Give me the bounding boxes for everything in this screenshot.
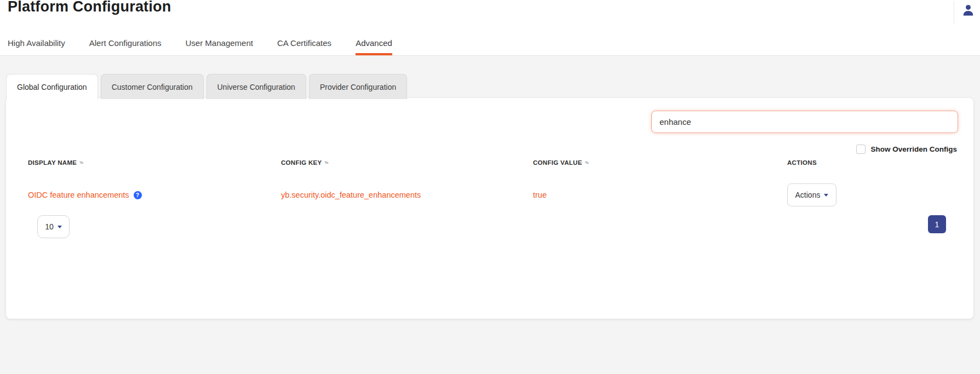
show-overriden-checkbox[interactable] [856,145,866,154]
actions-dropdown-button[interactable]: Actions [787,183,836,206]
sort-icon[interactable]: ▾▴ [79,160,83,165]
actions-button-label: Actions [795,191,821,199]
pagination-page-1-button[interactable]: 1 [928,215,946,233]
caret-down-icon [824,194,828,197]
subtab-label: Global Configuration [17,83,87,91]
sort-icon[interactable]: ▾▴ [325,160,328,165]
page-title: Platform Configuration [8,0,171,15]
column-label: CONFIG KEY [281,159,322,166]
content-area: Global Configuration Customer Configurat… [0,56,980,374]
subtab-label: Customer Configuration [112,83,193,91]
header-divider [954,1,954,24]
table-header-row: DISPLAY NAME ▾▴ CONFIG KEY ▾▴ CONFIG VAL… [6,159,973,166]
column-header-config-key[interactable]: CONFIG KEY ▾▴ [281,159,533,166]
subtab-universe-configuration[interactable]: Universe Configuration [207,74,306,99]
tab-label: CA Certificates [277,38,331,48]
main-nav-tabs: High Availability Alert Configurations U… [8,30,392,55]
cell-display-name: OIDC feature enhancements ? [28,191,281,199]
show-overriden-configs-toggle[interactable]: Show Overriden Configs [856,145,957,154]
tab-alert-configurations[interactable]: Alert Configurations [89,30,162,55]
platform-configuration-page: Platform Configuration High Availability… [0,0,980,374]
column-header-config-value[interactable]: CONFIG VALUE ▾▴ [533,159,787,166]
column-label: ACTIONS [787,159,817,166]
tab-high-availability[interactable]: High Availability [8,30,65,55]
tab-ca-certificates[interactable]: CA Certificates [277,30,331,55]
show-overriden-label: Show Overriden Configs [870,145,957,153]
tab-label: User Management [186,38,253,48]
tab-label: Advanced [356,38,392,48]
table-row: OIDC feature enhancements ? yb.security.… [6,183,973,206]
page-size-value: 10 [45,222,54,231]
caret-down-icon [58,226,62,228]
display-name-text: OIDC feature enhancements [28,191,129,199]
column-label: CONFIG VALUE [533,159,582,166]
tab-advanced[interactable]: Advanced [356,30,392,55]
sub-tabs: Global Configuration Customer Configurat… [6,74,407,99]
page-size-dropdown[interactable]: 10 [37,215,70,238]
column-header-actions: ACTIONS [787,159,958,166]
tab-label: Alert Configurations [89,38,162,48]
tab-label: High Availability [8,38,65,48]
config-search-input[interactable] [651,111,958,133]
subtab-customer-configuration[interactable]: Customer Configuration [101,74,204,99]
global-configuration-panel: Show Overriden Configs DISPLAY NAME ▾▴ C… [6,98,973,319]
cell-config-key: yb.security.oidc_feature_enhancements [281,191,533,199]
subtab-label: Universe Configuration [217,83,295,91]
user-icon[interactable] [961,3,975,17]
subtab-global-configuration[interactable]: Global Configuration [6,74,98,99]
help-icon[interactable]: ? [134,191,142,199]
config-key-text: yb.security.oidc_feature_enhancements [281,191,421,199]
subtab-provider-configuration[interactable]: Provider Configuration [309,74,407,99]
subtab-label: Provider Configuration [320,83,396,91]
tab-user-management[interactable]: User Management [186,30,253,55]
config-value-text: true [533,191,547,199]
cell-actions: Actions [787,183,958,206]
cell-config-value: true [533,191,787,199]
column-label: DISPLAY NAME [28,159,77,166]
sort-icon[interactable]: ▾▴ [585,160,588,165]
column-header-display-name[interactable]: DISPLAY NAME ▾▴ [28,159,281,166]
